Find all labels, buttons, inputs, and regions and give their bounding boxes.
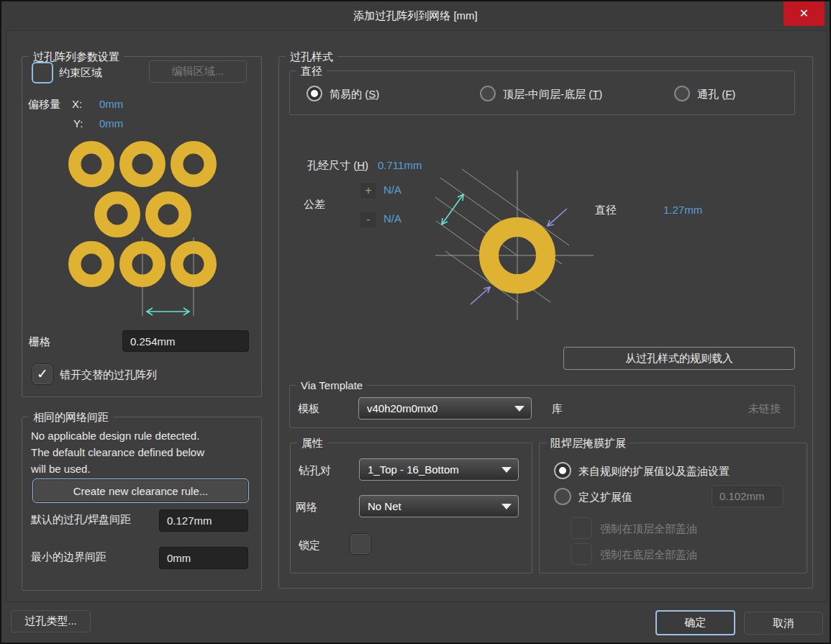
chevron-down-icon <box>514 406 525 412</box>
group-title: 属性 <box>297 436 327 450</box>
force-tent-top-checkbox[interactable] <box>571 517 592 539</box>
clearance-info-line1: No applicable design rule detected. <box>31 430 199 442</box>
radio-simple[interactable] <box>306 86 322 101</box>
construction-lines <box>435 169 594 320</box>
offset-x-label: X: <box>72 98 82 110</box>
net-dropdown-value: No Net <box>368 500 401 512</box>
offset-x-value: 0mm <box>99 98 123 110</box>
locked-checkbox[interactable] <box>350 533 371 555</box>
template-label: 模板 <box>298 402 319 416</box>
chevron-down-icon <box>501 504 512 509</box>
constrain-area-checkbox[interactable] <box>32 62 53 83</box>
radio-full-stack[interactable] <box>674 86 690 101</box>
hole-size-label: 孔经尺寸 (H) <box>307 159 368 173</box>
close-button[interactable]: ✕ <box>784 1 825 26</box>
hole-measure-arrow-icon <box>442 194 463 225</box>
window-title: 添加过孔阵列到网络 [mm] <box>1 1 830 30</box>
radio-simple-label: 简易的 (S) <box>330 88 379 101</box>
group-title: Via Template <box>296 378 367 392</box>
library-status: 未链接 <box>748 402 781 416</box>
drill-pair-dropdown[interactable]: 1_Top - 16_Bottom <box>359 458 519 481</box>
radio-full-stack-label: 通孔 (F) <box>697 88 735 101</box>
expansion-from-rule-label: 来自规则的扩展值以及盖油设置 <box>578 465 730 479</box>
drill-pair-label: 钻孔对 <box>299 464 331 478</box>
diameter-label: 直径 <box>595 204 617 217</box>
offset-y-value: 0mm <box>99 117 123 130</box>
via-array-preview <box>22 135 262 322</box>
chevron-down-icon <box>501 467 512 473</box>
grid-dimension-arrow-icon <box>147 308 189 315</box>
min-boundary-label: 最小的边界间距 <box>31 550 106 564</box>
radio-expansion-from-rule[interactable] <box>554 462 571 479</box>
net-dropdown[interactable]: No Net <box>359 495 519 517</box>
template-dropdown[interactable]: v40h20m0mx0 <box>358 397 532 419</box>
default-clearance-label: 默认的过孔/焊盘间距 <box>31 513 131 527</box>
minus-icon: - <box>360 212 376 227</box>
expansion-value-input[interactable] <box>712 485 784 507</box>
titlebar: 添加过孔阵列到网络 [mm] <box>1 1 830 30</box>
hole-size-value[interactable]: 0.711mm <box>378 159 422 171</box>
clearance-info-line3: will be used. <box>31 463 91 475</box>
diameter-value[interactable]: 1.27mm <box>663 204 702 216</box>
stagger-checkbox[interactable]: ✓ <box>32 363 53 385</box>
grid-label: 栅格 <box>29 335 50 349</box>
add-via-array-dialog: 添加过孔阵列到网络 [mm] ✕ 过孔阵列参数设置 约束区域 编辑区域... 偏… <box>0 0 831 644</box>
constrain-area-label: 约束区域 <box>59 66 102 80</box>
tolerance-label: 公差 <box>304 198 325 212</box>
tolerance-minus-value[interactable]: N/A <box>383 212 401 225</box>
offset-y-label: Y: <box>73 117 83 130</box>
default-clearance-input[interactable] <box>159 509 248 532</box>
force-tent-top-label: 强制在顶层全部盖油 <box>600 522 697 536</box>
diameter-arrow-top-icon <box>548 209 567 226</box>
radio-top-middle-bottom[interactable] <box>480 86 496 101</box>
via-diagram <box>430 155 599 338</box>
radio-top-middle-bottom-label: 顶层-中间层-底层 (T) <box>503 88 602 101</box>
group-title: 直径 <box>296 64 327 78</box>
ok-button[interactable]: 确定 <box>655 610 735 635</box>
force-tent-bottom-checkbox[interactable] <box>571 543 592 565</box>
locked-label: 锁定 <box>299 539 320 553</box>
template-dropdown-value: v40h20m0mx0 <box>367 402 437 414</box>
via-types-button[interactable]: 过孔类型... <box>10 609 91 633</box>
min-boundary-input[interactable] <box>159 547 248 569</box>
group-title: 过孔样式 <box>286 50 337 63</box>
group-title: 相同的网络间距 <box>29 410 113 424</box>
define-expansion-label: 定义扩展值 <box>578 491 632 504</box>
clearance-info-line2: The default clearance defined below <box>31 446 204 458</box>
create-clearance-rule-button[interactable]: Create new clearance rule... <box>32 479 249 503</box>
grid-input[interactable] <box>122 330 249 352</box>
close-icon: ✕ <box>799 7 809 19</box>
net-label: 网络 <box>296 501 317 514</box>
cancel-button[interactable]: 取消 <box>743 611 824 635</box>
offset-label: 偏移量 <box>28 98 60 112</box>
tolerance-plus-value[interactable]: N/A <box>383 183 401 196</box>
force-tent-bottom-label: 强制在底层全部盖油 <box>600 548 697 562</box>
edit-area-button[interactable]: 编辑区域... <box>149 60 247 83</box>
check-icon: ✓ <box>32 364 53 384</box>
radio-define-expansion[interactable] <box>554 488 571 505</box>
library-label: 库 <box>552 402 563 416</box>
group-title: 阻焊层掩膜扩展 <box>546 436 630 450</box>
plus-icon: + <box>360 183 376 199</box>
stagger-label: 错开交替的过孔阵列 <box>60 368 157 382</box>
drill-pair-dropdown-value: 1_Top - 16_Bottom <box>368 463 459 476</box>
load-from-rule-button[interactable]: 从过孔样式的规则载入 <box>563 347 795 370</box>
diameter-arrow-bottom-icon <box>471 287 490 304</box>
